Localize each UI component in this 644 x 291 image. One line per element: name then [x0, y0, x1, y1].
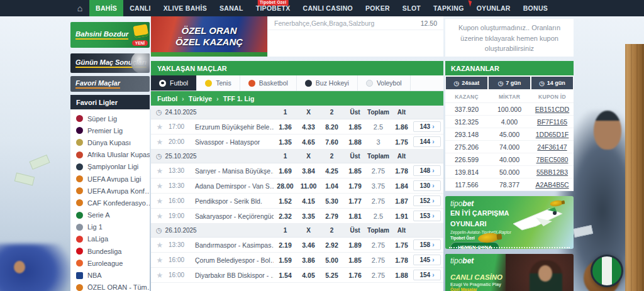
winners-tab-14-g-n[interactable]: ◷14 gün — [531, 77, 573, 89]
odd-value[interactable]: 1.75 — [390, 138, 413, 146]
home-icon[interactable]: ⌂ — [70, 0, 89, 16]
odd-value[interactable]: 1.89 — [343, 241, 367, 249]
odd-value[interactable]: 11.00 — [297, 182, 320, 190]
coupon-button[interactable]: 158› — [413, 239, 441, 250]
odd-value[interactable]: 4.25 — [320, 167, 343, 175]
breadcrumb-sport[interactable]: Futbol — [157, 95, 177, 102]
odd-value[interactable]: 4.33 — [297, 123, 320, 131]
nav-item-tapking[interactable]: TAPKING — [427, 0, 470, 16]
odd-value[interactable]: 5.25 — [320, 272, 343, 279]
sidebar-league-item-uefa-avrupa-konf[interactable]: UEFA Avrupa Konf… — [76, 185, 150, 197]
odd-value[interactable]: 1.69 — [274, 167, 297, 175]
nav-item-slot[interactable]: SLOT — [396, 0, 427, 16]
odd-value[interactable]: 1.75 — [390, 241, 413, 249]
odd-value[interactable]: 1.78 — [390, 167, 413, 175]
coupon-button[interactable]: 148› — [413, 165, 441, 176]
odd-value[interactable]: 2.32 — [274, 212, 297, 220]
breadcrumb-league[interactable]: TFF 1. Lig — [223, 95, 255, 102]
sidebar-league-item-premier-lig[interactable]: Premier Lig — [76, 124, 150, 136]
odd-value[interactable]: 1.77 — [343, 197, 367, 205]
play-now-button[interactable]: HEMEN OYNA — [450, 242, 499, 250]
coupon-button[interactable]: 145› — [413, 255, 441, 265]
banner-bahsini-bozdur[interactable]: Bahsini Bozdur YENİ — [70, 22, 150, 48]
breadcrumb-country[interactable]: Türkiye — [189, 95, 212, 102]
odd-value[interactable]: 2.92 — [320, 241, 343, 249]
favorite-star-icon[interactable]: ★ — [151, 271, 169, 280]
odd-value[interactable]: 1.36 — [274, 123, 297, 131]
odd-value[interactable]: 1.88 — [343, 138, 367, 146]
coupon-id-link[interactable]: 7BEC5080 — [531, 156, 574, 163]
favorite-star-icon[interactable]: ★ — [151, 197, 169, 206]
odd-value[interactable]: 8.20 — [320, 123, 343, 131]
match-name[interactable]: Sarıyer - Manisa Büyükşe… — [195, 167, 274, 175]
sidebar-league-item-afrika-uluslar-kupas[interactable]: Afrika Uluslar Kupası — [76, 149, 150, 161]
odd-value[interactable]: 1.59 — [274, 256, 297, 264]
odd-value[interactable]: 2.19 — [274, 241, 297, 249]
banner-gunun-mac-sonuclari[interactable]: Günün Maç Sonuçları — [70, 53, 150, 73]
odd-value[interactable]: 1.79 — [343, 182, 367, 190]
coupon-button[interactable]: 144› — [413, 136, 441, 147]
odd-value[interactable]: 1.91 — [390, 212, 413, 220]
sidebar-league-item-nba[interactable]: NBA — [76, 269, 150, 281]
match-name[interactable]: Erzurum Büyükşehir Bele… — [195, 123, 274, 131]
sidebar-league-item-laliga[interactable]: LaLiga — [76, 233, 150, 245]
odd-value[interactable]: 3.46 — [297, 241, 320, 249]
country-flag-button[interactable] — [591, 255, 623, 287]
odd-value[interactable]: 3.84 — [297, 167, 320, 175]
odd-value[interactable]: 1.85 — [343, 167, 367, 175]
odd-value[interactable]: 1.78 — [390, 256, 413, 264]
favorite-star-icon[interactable]: ★ — [151, 123, 169, 131]
sport-tab-buz-hokeyi[interactable]: Buz Hokeyi — [297, 75, 358, 91]
sidebar-league-item-ampiyonlar-ligi[interactable]: Şampiyonlar Ligi — [76, 161, 150, 173]
favorite-star-icon[interactable]: ★ — [151, 167, 169, 175]
odd-value[interactable]: 1.81 — [343, 212, 367, 220]
sidebar-league-item-serie-a[interactable]: Serie A — [76, 209, 150, 221]
coupon-button[interactable]: 130› — [413, 180, 441, 191]
odd-value[interactable]: 1.76 — [343, 272, 367, 279]
favorite-star-icon[interactable]: ★ — [151, 182, 169, 190]
coupon-button[interactable]: 153› — [413, 211, 441, 221]
sidebar-league-item-uefa-avrupa-ligi[interactable]: UEFA Avrupa Ligi — [76, 173, 150, 185]
sidebar-league-item-zel-oran-t-m[interactable]: ÖZEL ORAN - Tüm… — [76, 282, 150, 291]
match-name[interactable]: Diyarbakır BB Diskispor - … — [195, 272, 274, 279]
sidebar-league-item-bundesliga[interactable]: Bundesliga — [76, 245, 150, 257]
nav-item-xlive-bahi-s[interactable]: XLIVE BAHİS — [157, 0, 213, 16]
odd-value[interactable]: 1.88 — [390, 272, 413, 279]
sport-tab-tenis[interactable]: Tenis — [197, 75, 240, 91]
coupon-id-link[interactable]: EB151CDD — [531, 106, 574, 113]
winners-tab-7-g-n[interactable]: ◷7 gün — [489, 77, 530, 89]
coupon-id-link[interactable]: BF7F1165 — [531, 118, 574, 126]
sidebar-league-item-euroleague[interactable]: Euroleague — [76, 257, 150, 269]
odd-value[interactable]: 1.84 — [390, 182, 413, 190]
match-name[interactable]: Sakaryaspor - Keçiörengücü — [195, 212, 274, 220]
sidebar-league-item-s-per-lig[interactable]: Süper Lig — [76, 113, 150, 124]
odd-value[interactable]: 7.60 — [320, 138, 343, 146]
coupon-button[interactable]: 154› — [413, 270, 441, 280]
special-odds-row[interactable]: Fenerbahçe,Genk,Braga,Salzburg 12.50 — [268, 16, 443, 30]
odd-value[interactable]: 1.52 — [274, 197, 297, 205]
match-name[interactable]: Bandırmaspor - Kasimpas… — [195, 241, 274, 249]
sport-tab-voleybol[interactable]: Voleybol — [358, 75, 411, 91]
odd-value[interactable]: 1.85 — [343, 256, 367, 264]
coupon-button[interactable]: 152› — [413, 195, 441, 206]
nav-item-oyunlar[interactable]: OYUNLAR — [470, 0, 517, 16]
nav-item-bahi-s[interactable]: BAHİS — [89, 0, 123, 16]
ozel-oran-banner[interactable]: ÖZEL ORAN ÖZEL KAZANÇ — [151, 16, 267, 57]
odd-value[interactable]: 1.35 — [274, 138, 297, 146]
coupon-id-link[interactable]: 55BB12B3 — [531, 168, 574, 176]
coupon-id-link[interactable]: A2AB4B5C — [531, 181, 574, 189]
favorite-star-icon[interactable]: ★ — [151, 138, 169, 146]
nav-item-poker[interactable]: POKER — [359, 0, 396, 16]
coupon-button[interactable]: 143› — [413, 121, 441, 132]
odd-value[interactable]: 3.35 — [297, 212, 320, 220]
nav-item-canli[interactable]: CANLI — [123, 0, 157, 16]
nav-item-sanal[interactable]: SANAL — [213, 0, 250, 16]
odd-value[interactable]: 1.85 — [343, 123, 367, 131]
crash-games-promo-banner[interactable]: tipobet EN İYİ ÇARPIŞMA OYUNLARI Zeppeli… — [445, 196, 574, 249]
sidebar-league-item-caf-konfederasyo[interactable]: CAF Konfederasyo… — [76, 197, 150, 209]
sport-tab-basketbol[interactable]: Basketbol — [240, 75, 297, 91]
odd-value[interactable]: 5.00 — [320, 256, 343, 264]
sidebar-league-item-d-nya-kupas[interactable]: Dünya Kupası — [76, 136, 150, 148]
nav-item-tipobetx[interactable]: Tipobet ÖzelTIPOBETX — [250, 0, 297, 16]
match-name[interactable]: Çorum Belediyespor - Bol… — [195, 256, 274, 264]
